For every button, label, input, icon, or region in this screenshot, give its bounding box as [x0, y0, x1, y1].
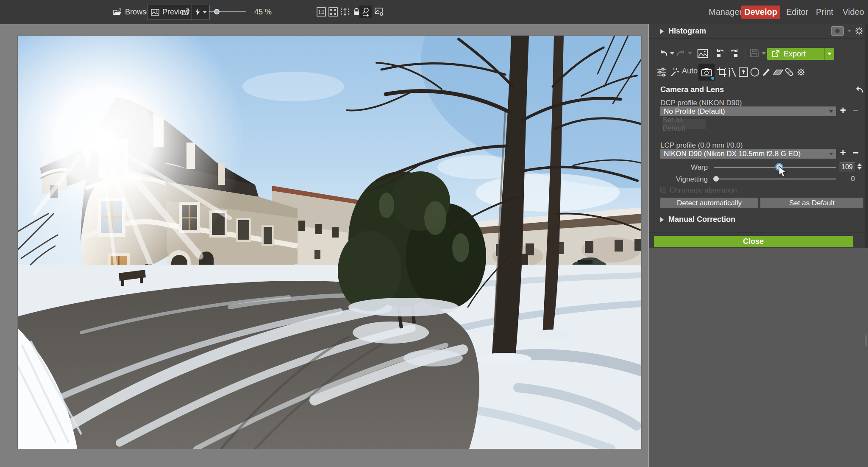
export-caret-button[interactable]: [825, 53, 834, 55]
zoom-one-to-one-button[interactable]: 1:1: [315, 6, 328, 18]
chromatic-row: Chromatic aberration: [649, 186, 868, 195]
tool-camera-and-lens[interactable]: [698, 64, 715, 81]
photo-studio-develop-window: Browser Preview 45 %: [0, 0, 868, 467]
lcp-remove-profile-button[interactable]: −: [851, 148, 861, 157]
lcp-profile-label: LCP profile (0.0 mm f/0.0): [660, 141, 743, 150]
folder-image-icon: [113, 8, 122, 17]
develop-tools-row: Auto: [649, 61, 868, 84]
magic-wand-icon[interactable]: [670, 67, 680, 77]
lcp-dropdown-caret-icon: [829, 153, 833, 155]
rotate-right-icon[interactable]: [729, 48, 740, 59]
adjustments-sliders-icon[interactable]: [657, 67, 667, 77]
panel-settings-gear-icon[interactable]: [854, 26, 864, 36]
lcp-profile-value: NIKON D90 (Nikon DX 10.5mm f2.8 G ED): [664, 150, 801, 158]
set-as-default-button[interactable]: Set as Default: [760, 198, 863, 208]
camera-lens-header[interactable]: Camera and Lens: [649, 84, 868, 98]
fit-height-button[interactable]: [339, 6, 351, 18]
chevron-right-icon: [660, 29, 664, 34]
histogram-header[interactable]: Histogram: [649, 24, 868, 38]
export-label: Export: [784, 50, 806, 59]
zoom-compare-button[interactable]: [359, 6, 372, 18]
panel-scrollbar-track[interactable]: [865, 24, 868, 248]
warp-label: Warp: [660, 163, 708, 172]
detect-automatically-button[interactable]: Detect automatically: [660, 198, 758, 208]
preview-canvas: [0, 24, 648, 467]
save-icon[interactable]: [750, 48, 759, 58]
deform-tool-icon[interactable]: [738, 67, 748, 77]
crop-tool-icon[interactable]: [717, 67, 727, 77]
export-caret-icon: [827, 53, 832, 55]
external-window-icon: [181, 8, 189, 16]
preview-mode-caret-icon[interactable]: [847, 30, 851, 32]
mouse-cursor: [778, 166, 789, 180]
healing-tool-icon[interactable]: [784, 67, 795, 78]
preview-mode-button[interactable]: [831, 26, 844, 36]
brush-tool-icon[interactable]: [762, 67, 772, 77]
dcp-add-profile-button[interactable]: +: [838, 106, 848, 115]
zoom-percent-readout: 45 %: [254, 0, 272, 24]
preview-dot-icon: [835, 29, 840, 33]
close-button[interactable]: Close: [654, 236, 853, 247]
redo-caret-icon[interactable]: [688, 52, 692, 55]
fit-screen-icon: [328, 7, 338, 17]
reset-section-icon[interactable]: [855, 85, 864, 95]
warp-slider-track[interactable]: [714, 167, 836, 168]
one-to-one-icon: 1:1: [316, 7, 326, 17]
fit-to-screen-button[interactable]: [327, 6, 339, 18]
chromatic-checkbox[interactable]: [660, 187, 666, 193]
display-settings-button[interactable]: [373, 6, 386, 18]
manual-correction-title: Manual Correction: [668, 215, 735, 224]
redo-icon[interactable]: [676, 48, 686, 59]
magnifier-swap-icon: [361, 7, 370, 17]
warp-spinner[interactable]: [857, 163, 862, 170]
manual-correction-header[interactable]: Manual Correction: [649, 214, 868, 227]
compare-original-icon[interactable]: [697, 49, 708, 58]
image-gear-icon: [374, 7, 384, 17]
camera-lens-title: Camera and Lens: [660, 85, 724, 94]
undo-icon[interactable]: [658, 48, 668, 59]
tab-manager[interactable]: Manager: [709, 0, 742, 24]
vignetting-value: 0: [835, 175, 855, 183]
zoom-slider-handle[interactable]: [214, 9, 220, 14]
dcp-profile-dropdown[interactable]: No Profile (Default): [660, 106, 836, 116]
tab-develop[interactable]: Develop: [741, 6, 780, 19]
rotate-left-icon[interactable]: [715, 48, 726, 59]
lcp-profile-dropdown[interactable]: NIKON D90 (Nikon DX 10.5mm f2.8 G ED): [660, 149, 836, 159]
dcp-set-default-button[interactable]: Set as Default: [662, 119, 706, 129]
straighten-tool-icon[interactable]: [727, 67, 737, 77]
tab-video[interactable]: Video: [843, 0, 864, 24]
top-toolbar: Browser Preview 45 %: [0, 0, 868, 24]
quick-fix-button[interactable]: [192, 5, 210, 20]
chromatic-label: Chromatic aberration: [670, 186, 737, 195]
panel-scrollbar-thumb[interactable]: [865, 335, 867, 346]
save-caret-icon[interactable]: [762, 52, 766, 55]
tool-settings-gear-icon[interactable]: [796, 67, 806, 77]
lcp-add-profile-button[interactable]: +: [838, 148, 848, 157]
warp-value-input[interactable]: 109: [840, 162, 855, 171]
warp-row: Warp 109: [649, 162, 868, 172]
photo-preview[interactable]: [18, 36, 641, 449]
dcp-dropdown-caret-icon: [829, 110, 833, 113]
tab-print[interactable]: Print: [816, 0, 833, 24]
dcp-profile-value: No Profile (Default): [664, 107, 725, 116]
export-icon: [771, 50, 780, 58]
chevron-right-icon: [660, 217, 664, 222]
edit-toolbar: Export: [649, 39, 868, 61]
histogram-title: Histogram: [668, 27, 706, 36]
export-button[interactable]: Export: [767, 48, 834, 60]
vignetting-slider-handle[interactable]: [713, 176, 719, 182]
vignetting-slider-track[interactable]: [714, 179, 836, 179]
dcp-profile-label: DCP profile (NIKON D90): [660, 99, 742, 107]
auto-label[interactable]: Auto: [682, 67, 698, 76]
gradient-filter-icon[interactable]: [773, 68, 784, 76]
develop-side-panel: Histogram: [649, 24, 868, 467]
tab-editor[interactable]: Editor: [786, 0, 808, 24]
lightning-icon: [195, 8, 200, 16]
fit-height-icon: [340, 7, 350, 17]
undo-caret-icon[interactable]: [670, 52, 674, 55]
radial-filter-icon[interactable]: [750, 67, 760, 77]
undock-preview-button[interactable]: [181, 0, 189, 24]
vignetting-row: Vignetting 0: [649, 174, 868, 184]
dcp-remove-profile-button[interactable]: −: [851, 106, 861, 115]
image-preview-icon: [151, 9, 159, 16]
